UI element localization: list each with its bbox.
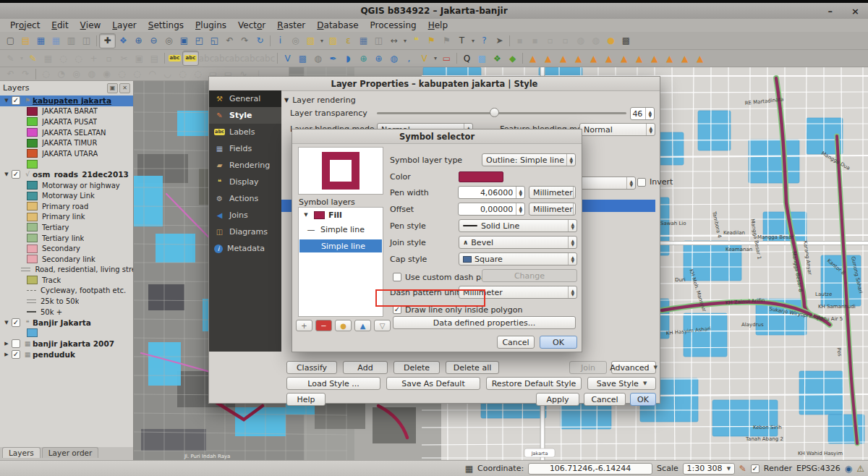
save-style-button[interactable]: Save Style▼ (587, 377, 656, 390)
layer-item-cycleway-footpath-etc-[interactable]: Cycleway, footpath etc. (0, 286, 133, 297)
save-project-icon[interactable]: ▦ (33, 34, 48, 48)
layer-checkbox[interactable]: ✓ (12, 170, 20, 179)
plugin-orange-12-icon[interactable]: ▲ (692, 51, 707, 65)
panel-tab-layer-order[interactable]: Layer order (42, 447, 99, 458)
add-postgis-layer-icon[interactable]: ◍ (310, 51, 326, 65)
expander-icon[interactable]: ▼ (2, 98, 11, 103)
expander-icon[interactable]: ▼ (2, 171, 11, 177)
add-button[interactable]: Add (343, 361, 388, 374)
expander-icon[interactable]: ▼ (302, 212, 310, 218)
add-mssql-layer-icon[interactable]: ◗ (341, 51, 356, 65)
layer-item-penduduk[interactable]: ▶✓▦penduduk (0, 349, 133, 360)
load-style-button[interactable]: Load Style ... (286, 377, 380, 390)
select-by-expression-icon[interactable]: ε (341, 34, 356, 48)
minimize-button[interactable]: – (828, 6, 833, 17)
label-pin-icon[interactable]: ▪ (512, 34, 527, 48)
tab-rendering[interactable]: ▰Rendering (209, 157, 281, 174)
map-refresh-icon[interactable]: ↻ (252, 34, 268, 48)
whats-this-icon[interactable]: ➤ (492, 34, 507, 48)
ok-button[interactable]: OK (630, 393, 656, 406)
extents-icon[interactable]: ▦ (465, 464, 473, 474)
zoom-to-selection-icon[interactable]: ◱ (207, 34, 222, 48)
layer-item-kabupaten-jakarta[interactable]: ▼✓⚑kabupaten jakarta (0, 95, 133, 106)
layer-item-swatch[interactable] (0, 159, 133, 170)
identify-icon[interactable]: i (273, 34, 288, 48)
paste-features-icon[interactable]: ▤ (147, 51, 162, 65)
layer-item-secondary-link[interactable]: Secondary link (0, 254, 133, 265)
add-raster-layer-icon[interactable]: ▩ (295, 51, 310, 65)
layer-item-jakarta-utara[interactable]: JAKARTA UTARA (0, 148, 133, 159)
custom-dash-checkbox[interactable] (393, 273, 401, 281)
transparency-spinbox[interactable]: 46 ▲▼ (630, 107, 655, 120)
add-layer-dropdown-icon[interactable]: ▾ (432, 51, 439, 65)
add-wcs-layer-icon[interactable]: ⊕ (371, 51, 386, 65)
tab-fields[interactable]: ▦Fields (209, 140, 281, 157)
scale-dropdown-icon[interactable]: ▼ (727, 466, 731, 472)
add-delimited-text-icon[interactable]: , (401, 51, 417, 65)
add-wms-layer-icon[interactable]: ⊕ (356, 51, 371, 65)
delete-all-button[interactable]: Delete all (446, 361, 499, 374)
layer-checkbox[interactable]: ✓ (12, 350, 20, 359)
tab-general[interactable]: ⚒General (209, 90, 281, 107)
measure-dropdown-icon[interactable]: ▾ (401, 34, 409, 48)
tab-diagrams[interactable]: ◫Diagrams (209, 224, 281, 240)
layer-item-motorway-link[interactable]: Motorway Link (0, 190, 133, 201)
label-change-icon[interactable]: ◍ (573, 34, 588, 48)
tab-labels[interactable]: abcLabels (209, 124, 281, 140)
cut-features-icon[interactable]: ✂ (116, 51, 132, 65)
save-edits-icon[interactable]: ▦ (41, 51, 56, 65)
panel-dock-icon[interactable]: ▣ (107, 83, 118, 93)
offset-curve-icon[interactable]: ◡ (160, 67, 175, 81)
log-messages-icon[interactable]: ⚠ (856, 464, 864, 474)
tab-metadata[interactable]: iMetadata (209, 240, 281, 257)
add-vector-layer-icon[interactable]: V (280, 51, 295, 65)
zoom-next-icon[interactable]: ↷ (237, 34, 252, 48)
tab-display[interactable]: ❝Display (209, 174, 281, 190)
layer-item-track[interactable]: Track (0, 275, 133, 286)
layer-checkbox[interactable]: ✓ (12, 96, 20, 105)
invert-checkbox-row[interactable]: Invert (637, 177, 673, 187)
new-project-icon[interactable]: ▢ (3, 34, 18, 48)
pen-style-dropdown[interactable]: Solid Line▲▼ (459, 219, 577, 232)
add-ring-icon[interactable]: ◎ (69, 67, 84, 81)
pen-width-unit-dropdown[interactable]: Millimeter▲▼ (529, 186, 576, 199)
add-part-icon[interactable]: ◍ (84, 67, 99, 81)
layer-item-motorway-or-highway[interactable]: Motorway or highway (0, 180, 133, 191)
save-as-default-button[interactable]: Save As Default (386, 377, 480, 390)
invert-checkbox[interactable] (637, 178, 646, 187)
plugin-orange-9-icon[interactable]: ▲ (647, 51, 662, 65)
pan-map-icon[interactable]: ✚ (99, 33, 116, 48)
advanced-button[interactable]: Advanced▼ (611, 361, 656, 374)
scale-field[interactable]: 1:30 308 ▼ (683, 463, 735, 475)
plugin-orange-7-icon[interactable]: ▲ (616, 51, 631, 65)
undo-icon[interactable]: ↶ (3, 67, 18, 81)
offset-unit-dropdown[interactable]: Millimeter▲▼ (529, 203, 576, 216)
add-spatialite-layer-icon[interactable]: ✒ (326, 51, 341, 65)
zoom-native-icon[interactable]: ◎ (161, 34, 176, 48)
plugin-orange-2-icon[interactable]: ▲ (540, 51, 556, 65)
layer-item-primary-link[interactable]: Primary link (0, 212, 133, 223)
expander-icon[interactable]: ▼ (2, 320, 11, 326)
delete-selected-icon[interactable]: ▫ (101, 51, 116, 65)
remove-symbol-layer-icon[interactable]: − (315, 320, 332, 331)
cancel-button[interactable]: Cancel (584, 393, 626, 406)
close-button[interactable]: × (851, 6, 859, 17)
render-checkbox[interactable]: ✓ (751, 464, 760, 473)
menu-processing[interactable]: Processing (365, 19, 422, 32)
panel-tab-layers[interactable]: Layers (2, 447, 41, 458)
layer-checkbox[interactable] (12, 339, 20, 348)
menu-view[interactable]: View (75, 19, 107, 32)
annotation-dropdown-icon[interactable]: ▾ (469, 34, 477, 48)
layer-item-tertiary-link[interactable]: Tertiary link (0, 233, 133, 244)
symbol-layer-type-dropdown[interactable]: Outline: Simple line▲▼ (482, 153, 576, 166)
zoom-in-icon[interactable]: ⊕ (131, 34, 146, 48)
label-tool-1-icon[interactable]: abc (199, 51, 214, 65)
menu-plugins[interactable]: Plugins (190, 19, 232, 32)
reshape-features-icon[interactable]: ◠ (145, 67, 160, 81)
panel-close-icon[interactable]: ✕ (119, 83, 130, 93)
zoom-out-icon[interactable]: ⊖ (146, 34, 161, 48)
labeling-current-icon[interactable]: abc (182, 51, 199, 66)
move-down-icon[interactable]: ▽ (374, 320, 391, 331)
plugin-orange-10-icon[interactable]: ▲ (662, 51, 677, 65)
feature-blend-dropdown[interactable]: Normal ▲▼ (579, 123, 655, 136)
